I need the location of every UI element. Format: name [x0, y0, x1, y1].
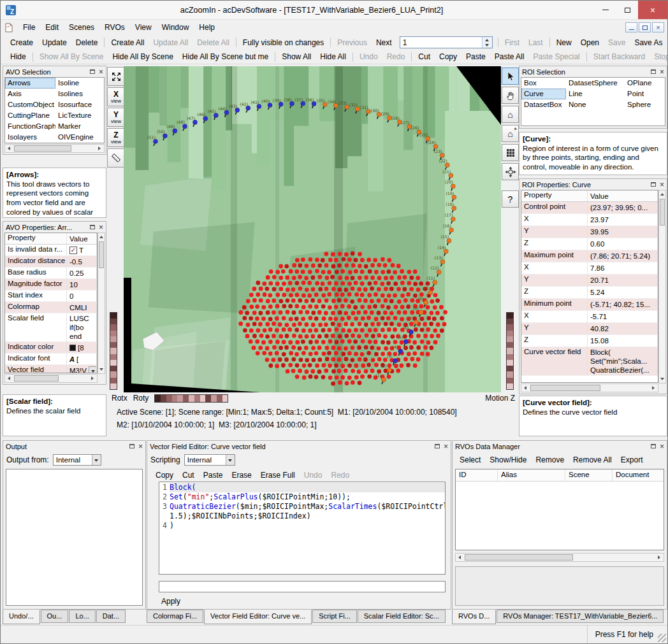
editor-button-undo[interactable]: Undo: [300, 469, 327, 482]
resize-grip-icon[interactable]: [658, 634, 666, 642]
script-command-input[interactable]: [159, 581, 446, 592]
scroll-left-icon[interactable]: [5, 145, 14, 152]
curve-point[interactable]: [279, 102, 283, 106]
float-panel-icon[interactable]: [651, 444, 656, 448]
script-code-editor[interactable]: 1Block(2Set("min";ScalarPlus($ROICIPoint…: [159, 482, 446, 575]
rvos-button-show-hide[interactable]: Show/Hide: [485, 454, 531, 466]
vertical-scrollbar[interactable]: [658, 190, 666, 383]
scripting-language-dropdown[interactable]: Internal: [184, 454, 235, 466]
titlebar[interactable]: Z acZoomIn - acDevSoftware - [TEST17_Wit…: [1, 1, 667, 20]
code-line[interactable]: 2Set("min";ScalarPlus($ROICIPointMin;10)…: [159, 492, 445, 502]
property-row-magnitude-factor[interactable]: Magnitude factor10: [5, 279, 97, 290]
curve-point[interactable]: [433, 144, 438, 148]
roi-item-none[interactable]: None: [566, 99, 625, 110]
toolbar-button-delete-all[interactable]: Delete All: [192, 36, 234, 49]
toolbar-button-new[interactable]: New: [552, 36, 576, 49]
curve-point[interactable]: [452, 195, 456, 199]
property-row-z[interactable]: Z0.60: [521, 238, 658, 250]
menu-help[interactable]: Help: [194, 21, 220, 34]
property-row-x[interactable]: X7.86: [521, 262, 658, 275]
menu-edit[interactable]: Edit: [40, 21, 64, 34]
curve-point[interactable]: [414, 320, 418, 324]
toolbar-button-start-backward[interactable]: Start Backward: [589, 50, 650, 63]
curve-point[interactable]: [409, 330, 413, 334]
tab-colormap-fi[interactable]: Colormap Fi...: [147, 610, 203, 623]
panel-titlebar[interactable]: Vector Field Editor: Curve vector field …: [147, 441, 451, 452]
roi-item-curve[interactable]: Curve: [521, 89, 566, 99]
horizontal-scrollbar[interactable]: [4, 374, 98, 383]
close-button[interactable]: ×: [638, 1, 667, 19]
roi-item-line[interactable]: Line: [566, 89, 625, 99]
motion-z-label[interactable]: Motion Z: [485, 394, 515, 403]
property-row-start-index[interactable]: Start index0: [5, 290, 97, 302]
roty-label[interactable]: Roty: [133, 394, 149, 403]
avo-item-customobject[interactable]: CustomObject: [5, 99, 55, 110]
tab-script-fi[interactable]: Script Fi...: [312, 610, 357, 623]
float-panel-icon[interactable]: [651, 182, 656, 187]
avo-item-isosurface[interactable]: Isosurface: [55, 99, 105, 110]
tab-lo[interactable]: Lo...: [69, 610, 95, 623]
curve-point[interactable]: [153, 139, 157, 143]
roi-item-point[interactable]: Point: [625, 89, 664, 99]
menu-file[interactable]: File: [18, 21, 40, 34]
roi-item-oplane[interactable]: OPlane: [625, 78, 664, 89]
curve-point[interactable]: [246, 106, 250, 110]
curve-point[interactable]: [366, 109, 370, 113]
float-panel-icon[interactable]: [435, 444, 440, 448]
curve-point[interactable]: [203, 117, 208, 121]
curve-point[interactable]: [433, 280, 437, 285]
panel-titlebar[interactable]: AVO Selection ×: [3, 66, 106, 77]
page-spinner[interactable]: [400, 36, 493, 48]
scrollbar-thumb[interactable]: [99, 241, 104, 268]
curve-point[interactable]: [301, 101, 305, 106]
toolbar-button-fully-visible-on-changes[interactable]: Fully visible on changes: [238, 36, 328, 49]
roi-item-sphere[interactable]: Sphere: [625, 99, 664, 110]
page-number-input[interactable]: [400, 37, 482, 48]
toolbar-button-update-all[interactable]: Update All: [149, 36, 192, 49]
float-panel-icon[interactable]: [129, 444, 134, 448]
curve-point[interactable]: [173, 129, 177, 133]
mdi-restore-button[interactable]: [639, 22, 651, 32]
horizontal-scrollbar[interactable]: [4, 144, 105, 153]
curve-point[interactable]: [437, 270, 441, 275]
scroll-up-icon[interactable]: [659, 190, 665, 198]
roi-item-box[interactable]: Box: [521, 78, 566, 89]
set-home-view-button[interactable]: ⌂+: [502, 125, 519, 142]
measure-button[interactable]: [107, 148, 125, 168]
property-row-indicator-color[interactable]: Indicator color[8: [5, 342, 97, 354]
column-header-id[interactable]: ID: [456, 469, 498, 481]
avo-item-oivengine[interactable]: OIVEngine: [55, 132, 105, 143]
curve-point[interactable]: [440, 259, 445, 264]
code-line[interactable]: 4): [159, 521, 445, 531]
dropdown-arrow-icon[interactable]: [89, 366, 97, 374]
curve-point[interactable]: [387, 368, 391, 373]
editor-button-cut[interactable]: Cut: [178, 469, 199, 482]
curve-point[interactable]: [451, 184, 455, 189]
avo-item-isolayers[interactable]: Isolayers: [5, 132, 55, 143]
panel-titlebar[interactable]: ROI Selection ×: [519, 66, 667, 77]
spinner-down-icon[interactable]: [483, 43, 492, 48]
float-panel-icon[interactable]: [90, 69, 95, 74]
avo-item-isoline[interactable]: Isoline: [55, 78, 105, 89]
toolbar-button-paste-special[interactable]: Paste Special: [528, 50, 584, 63]
property-row-y[interactable]: Y39.95: [521, 226, 658, 238]
avo-item-cuttingplane[interactable]: CuttingPlane: [5, 110, 55, 121]
curve-point[interactable]: [451, 217, 455, 221]
fit-view-button[interactable]: [107, 67, 125, 86]
curve-point[interactable]: [447, 238, 451, 243]
scroll-right-icon[interactable]: [655, 554, 664, 561]
avo-item-marker[interactable]: Marker: [55, 121, 105, 132]
scroll-right-icon[interactable]: [95, 145, 104, 152]
editor-button-erase-full[interactable]: Erase Full: [256, 469, 300, 482]
tab-rvos-d[interactable]: RVOs D...: [452, 610, 496, 624]
code-line[interactable]: 1Block(: [159, 483, 445, 492]
toolbar-button-last[interactable]: Last: [524, 36, 548, 49]
vertical-scrollbar[interactable]: [98, 233, 105, 374]
tab-dat[interactable]: Dat...: [96, 610, 126, 623]
mdi-minimize-button[interactable]: [625, 22, 637, 32]
rvos-button-remove-all[interactable]: Remove All: [569, 454, 616, 466]
tab-scalar-field-editor-sc[interactable]: Scalar Field Editor: Sc...: [358, 610, 446, 623]
document-icon[interactable]: [4, 23, 13, 32]
apply-button[interactable]: Apply: [159, 596, 183, 607]
scrollbar-thumb[interactable]: [14, 375, 59, 382]
